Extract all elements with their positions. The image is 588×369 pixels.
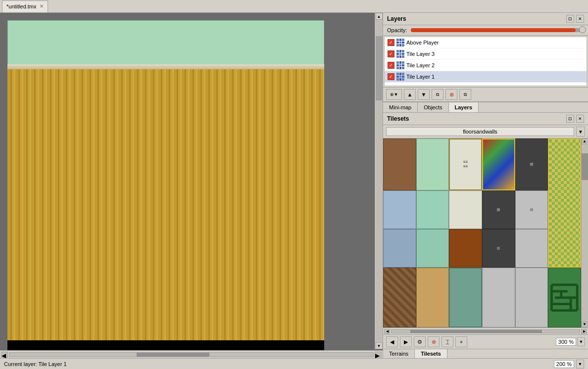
layers-close-button[interactable]: ✕: [576, 15, 584, 23]
opacity-slider[interactable]: [411, 28, 584, 32]
zoom-control: 300 % ▼: [556, 337, 585, 346]
tab-close-button[interactable]: ✕: [40, 4, 44, 9]
tilesets-header-buttons: ⊡ ✕: [566, 115, 584, 123]
tile-cell[interactable]: [515, 268, 548, 328]
layer-checkbox[interactable]: ✓: [388, 39, 394, 46]
hscroll-right[interactable]: ▶: [375, 352, 382, 358]
layer-item[interactable]: ✓ Above Player: [385, 37, 587, 48]
layers-float-button[interactable]: ⊡: [566, 15, 574, 23]
tile-cell[interactable]: [416, 229, 449, 268]
layer-properties-button[interactable]: ⧉: [459, 89, 471, 100]
tile-cell[interactable]: [416, 190, 449, 229]
tileset-hscroll-right[interactable]: ▶: [581, 329, 587, 334]
status-right: 200 % ▼: [554, 360, 584, 369]
tileset-canvas[interactable]: ≡≡≡≡: [383, 138, 581, 327]
tile-cell[interactable]: [416, 268, 449, 328]
duplicate-layer-button[interactable]: ⧉: [432, 89, 443, 100]
tileset-view[interactable]: ≡≡≡≡: [383, 138, 588, 327]
tileset-add-button[interactable]: +: [455, 336, 467, 347]
delete-layer-button[interactable]: ⊗: [445, 89, 457, 100]
tileset-toolbar: ◀ ▶ ⚙ ⊗ ⌶ + 300 % ▼: [383, 334, 588, 349]
layers-title: Layers: [387, 15, 406, 22]
tile-cell[interactable]: [515, 190, 548, 229]
tileset-hscroll-track[interactable]: [391, 329, 580, 333]
bottom-tabs: Terrains Tilesets: [383, 349, 588, 358]
tile-cell-checkerboard[interactable]: [548, 138, 581, 268]
tileset-cursor-button[interactable]: ⌶: [441, 336, 453, 347]
file-tab[interactable]: *untitled.tmx ✕: [2, 0, 48, 12]
tilesets-header: Tilesets ⊡ ✕: [383, 113, 588, 125]
tile-cell[interactable]: [482, 229, 515, 268]
vscroll-track[interactable]: [376, 20, 383, 342]
tile-cell[interactable]: [383, 229, 416, 268]
tileset-back-button[interactable]: ◀: [386, 336, 398, 347]
current-layer-label: Current layer: Tile Layer 1: [4, 361, 67, 367]
layer-icon: [396, 61, 404, 69]
add-layer-button[interactable]: ⊕▼: [386, 89, 402, 100]
tileset-scroll-track[interactable]: [582, 144, 588, 322]
ceiling-tile: [7, 20, 324, 65]
tile-cell-selected[interactable]: [482, 138, 515, 190]
tile-cell-text[interactable]: ≡≡≡≡: [449, 138, 482, 190]
tileset-selector: floorsandwalls ▼: [383, 125, 588, 138]
tile-cell[interactable]: [482, 190, 515, 229]
floor-tiles: [7, 69, 324, 340]
layer-checkbox[interactable]: ✓: [388, 62, 394, 69]
tab-layers[interactable]: Layers: [449, 102, 479, 112]
vscroll-thumb: [376, 36, 383, 100]
vscroll-up[interactable]: ▲: [376, 13, 383, 20]
canvas-container[interactable]: [0, 13, 383, 350]
opacity-thumb: [579, 26, 586, 33]
vscroll-down[interactable]: ▼: [376, 342, 383, 349]
tile-cell[interactable]: [449, 190, 482, 229]
layer-checkbox[interactable]: ✓: [388, 73, 394, 80]
layer-item[interactable]: ✓ Tile Layer 3: [385, 48, 587, 60]
tileset-dropdown-button[interactable]: ▼: [576, 127, 585, 137]
layers-list: ✓ Above Player: [384, 37, 587, 86]
canvas-hscrollbar[interactable]: ◀ ▶: [0, 350, 383, 358]
tile-cell[interactable]: [383, 138, 416, 190]
layer-name: Tile Layer 3: [406, 51, 435, 57]
canvas-vscrollbar[interactable]: ▲ ▼: [375, 13, 383, 349]
tile-cell-pattern[interactable]: [383, 268, 416, 328]
tab-terrains[interactable]: Terrains: [383, 349, 415, 358]
opacity-bar: Opacity:: [383, 25, 588, 36]
tilesets-float-button[interactable]: ⊡: [566, 115, 574, 123]
tileset-scroll-up[interactable]: ▲: [582, 138, 588, 144]
layer-item-selected[interactable]: ✓ Tile Layer 1: [385, 71, 587, 83]
zoom-dropdown-button[interactable]: ▼: [577, 337, 585, 346]
tile-cell[interactable]: [515, 138, 548, 190]
tab-objects[interactable]: Objects: [418, 102, 448, 112]
tileset-hscroll-left[interactable]: ◀: [384, 329, 390, 334]
tile-cell[interactable]: [416, 138, 449, 190]
tile-cell[interactable]: [482, 268, 515, 328]
opacity-label: Opacity:: [387, 27, 407, 33]
tileset-hscrollbar[interactable]: ◀ ▶: [383, 327, 588, 334]
tileset-delete-button[interactable]: ⊗: [428, 336, 440, 347]
tile-cell[interactable]: [515, 229, 548, 268]
tile-cell[interactable]: [383, 190, 416, 229]
tileset-hscroll-thumb: [410, 330, 542, 333]
layers-header-buttons: ⊡ ✕: [566, 15, 584, 23]
layer-item[interactable]: ✓ Tile Layer 2: [385, 60, 587, 71]
tileset-forward-button[interactable]: ▶: [400, 336, 412, 347]
tile-cell-brown[interactable]: [449, 229, 482, 268]
map-zoom-dropdown[interactable]: ▼: [576, 360, 584, 369]
tilesets-close-button[interactable]: ✕: [576, 115, 584, 123]
tileset-scroll-down[interactable]: ▼: [582, 322, 588, 327]
tab-minimap[interactable]: Mini-map: [383, 102, 418, 112]
hscroll-thumb: [137, 353, 209, 357]
move-layer-up-button[interactable]: ▲: [404, 89, 416, 100]
right-panel: Layers ⊡ ✕ Opacity: ✓: [383, 13, 588, 358]
status-bar: Current layer: Tile Layer 1 200 % ▼: [0, 358, 588, 369]
tile-cell-maze[interactable]: [548, 268, 581, 328]
tile-cell-teal[interactable]: [449, 268, 482, 328]
tab-tilesets[interactable]: Tilesets: [415, 349, 447, 358]
layer-checkbox[interactable]: ✓: [388, 50, 394, 57]
tileset-settings-button[interactable]: ⚙: [414, 336, 426, 347]
tileset-vscrollbar[interactable]: ▲ ▼: [581, 138, 588, 327]
hscroll-left[interactable]: ◀: [1, 352, 8, 358]
move-layer-down-button[interactable]: ▼: [418, 89, 430, 100]
layer-icon: [396, 50, 404, 58]
hscroll-track[interactable]: [9, 352, 374, 357]
